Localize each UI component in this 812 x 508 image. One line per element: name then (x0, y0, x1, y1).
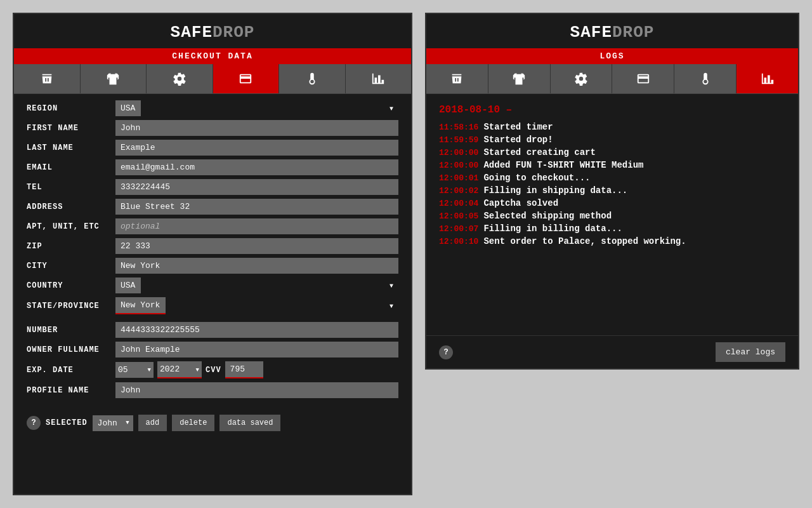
clear-logs-button[interactable]: clear logs (716, 342, 785, 362)
log-entry: 12:00:01Going to checkout... (439, 173, 785, 183)
left-tab-tshirt[interactable] (81, 64, 147, 93)
left-tab-card[interactable] (213, 64, 280, 93)
log-entry: 12:00:00Added FUN T-SHIRT WHITE Medium (439, 160, 785, 170)
logs-help-button[interactable]: ? (439, 345, 453, 359)
firstname-input[interactable] (115, 120, 398, 136)
state-label: STATE/PROVINCE (27, 302, 115, 311)
profile-select-wrapper: John (93, 415, 133, 431)
log-time: 12:00:00 (439, 161, 478, 170)
email-input[interactable] (115, 159, 398, 175)
log-time: 12:00:02 (439, 186, 478, 196)
exp-month-select[interactable]: 05 (115, 362, 154, 378)
left-tab-settings[interactable] (147, 64, 213, 93)
right-nav (426, 64, 798, 94)
region-label: REGION (27, 104, 115, 113)
save-button[interactable]: data saved (219, 415, 280, 431)
log-entry: 11:59:59Started drop! (439, 135, 785, 145)
owner-label: OWNER FULLNAME (27, 345, 115, 354)
delete-button[interactable]: delete (172, 415, 214, 431)
right-tab-card[interactable] (612, 64, 674, 93)
city-input[interactable] (115, 258, 398, 274)
owner-row: OWNER FULLNAME (27, 342, 398, 358)
email-label: EMAIL (27, 163, 115, 172)
log-message: Added FUN T-SHIRT WHITE Medium (483, 160, 643, 170)
profilename-label: PROFILE NAME (27, 386, 115, 395)
log-entry: 12:00:04Captcha solved (439, 198, 785, 208)
exp-year-wrapper: 2022 (157, 361, 202, 378)
right-tab-chart[interactable] (737, 64, 798, 93)
state-select[interactable]: New York (115, 297, 166, 314)
address-input[interactable] (115, 199, 398, 215)
left-title: SAFEDROP (14, 14, 411, 48)
log-time: 12:00:10 (439, 237, 478, 246)
log-date: 2018-08-10 – (439, 104, 785, 116)
checkout-section-bar: CHECKOUT DATA (14, 48, 411, 64)
zip-input[interactable] (115, 238, 398, 254)
log-message: Sent order to Palace, stopped working. (483, 236, 686, 246)
add-button[interactable]: add (138, 415, 167, 431)
help-button[interactable]: ? (27, 416, 41, 430)
log-message: Started creating cart (483, 147, 595, 157)
log-entry: 12:00:10Sent order to Palace, stopped wo… (439, 236, 785, 246)
firstname-row: FIRST NAME (27, 120, 398, 136)
log-message: Going to checkout... (483, 173, 590, 183)
region-select[interactable]: USA (115, 100, 141, 116)
drop-text: DROP (213, 23, 254, 42)
state-row: STATE/PROVINCE New York (27, 297, 398, 314)
city-row: CITY (27, 258, 398, 274)
log-message: Started timer (483, 122, 553, 132)
log-message: Filling in billing data... (483, 224, 622, 234)
log-time: 12:00:07 (439, 224, 478, 234)
apt-input[interactable] (115, 218, 398, 234)
tel-row: TEL (27, 179, 398, 195)
log-message: Captcha solved (483, 198, 558, 208)
cardnumber-input[interactable] (115, 322, 398, 338)
address-row: ADDRESS (27, 199, 398, 215)
cvv-input[interactable] (225, 361, 263, 378)
log-time: 12:00:05 (439, 211, 478, 221)
bottom-bar: ? SELECTED John add delete data saved (14, 408, 411, 438)
zip-label: ZIP (27, 242, 115, 251)
log-entry: 12:00:02Filling in shipping data... (439, 185, 785, 196)
left-tab-chart[interactable] (346, 64, 412, 93)
logs-footer: ? clear logs (426, 335, 798, 368)
zip-row: ZIP (27, 238, 398, 254)
right-safe-text: SAFE (570, 23, 612, 42)
tel-input[interactable] (115, 179, 398, 195)
state-select-wrapper: New York (115, 297, 398, 314)
form-body: REGION USA FIRST NAME LAST NAME EMAIL TE… (14, 94, 411, 408)
log-time: 12:00:04 (439, 199, 478, 208)
profilename-row: PROFILE NAME (27, 382, 398, 398)
expdate-label: EXP. DATE (27, 366, 115, 375)
lastname-input[interactable] (115, 140, 398, 156)
selected-label: SELECTED (46, 418, 88, 427)
left-tab-store[interactable] (14, 64, 81, 93)
logs-section-bar: LOGS (426, 48, 798, 64)
right-tab-settings[interactable] (551, 64, 613, 93)
left-nav (14, 64, 411, 94)
lastname-label: LAST NAME (27, 144, 115, 152)
left-tab-thermo[interactable] (279, 64, 346, 93)
log-time: 11:58:16 (439, 123, 478, 132)
exp-year-select[interactable]: 2022 (157, 361, 202, 378)
right-tab-store[interactable] (426, 64, 488, 93)
profile-select[interactable]: John (93, 415, 133, 431)
exp-month-wrapper: 05 (115, 362, 154, 378)
cardnumber-row: NUMBER (27, 322, 398, 338)
tel-label: TEL (27, 183, 115, 192)
checkout-panel: SAFEDROP CHECKOUT DATA REGION USA (13, 13, 412, 495)
right-drop-text: DROP (612, 23, 654, 42)
country-select[interactable]: USA (115, 277, 141, 293)
right-title: SAFEDROP (426, 14, 798, 48)
right-tab-thermo[interactable] (674, 64, 737, 93)
logs-content: 2018-08-10 – 11:58:16Started timer11:59:… (426, 94, 798, 335)
log-entry: 12:00:00Started creating cart (439, 147, 785, 157)
owner-input[interactable] (115, 342, 398, 358)
lastname-row: LAST NAME (27, 140, 398, 156)
profilename-input[interactable] (115, 382, 398, 398)
logs-panel: SAFEDROP LOGS 2018-08-10 – 11:58:16Start… (425, 13, 799, 370)
right-tab-tshirt[interactable] (488, 64, 551, 93)
log-time: 12:00:00 (439, 148, 478, 157)
region-row: REGION USA (27, 100, 398, 116)
address-label: ADDRESS (27, 203, 115, 211)
